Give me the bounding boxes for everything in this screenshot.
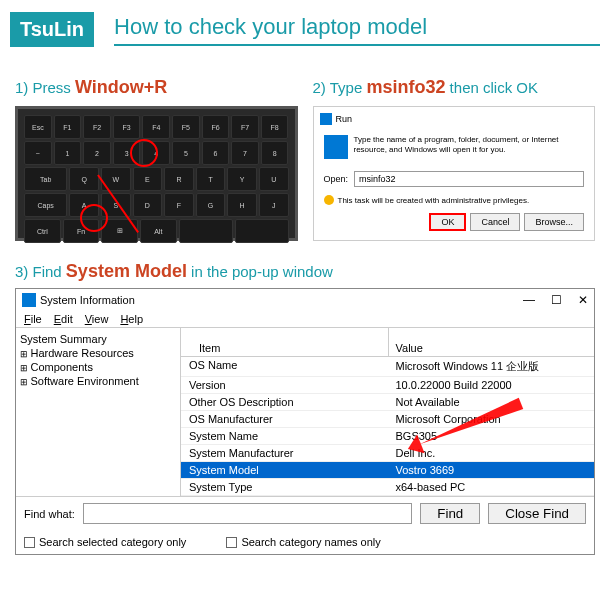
cell-item: Other OS Description xyxy=(181,394,388,410)
tree-root[interactable]: System Summary xyxy=(20,332,176,346)
tree-hardware[interactable]: Hardware Resources xyxy=(20,346,176,360)
find-label: Find what: xyxy=(24,508,75,520)
step2-suffix: then click OK xyxy=(445,79,538,96)
sysinfo-title: System Information xyxy=(40,294,135,306)
table-row[interactable]: Other OS DescriptionNot Available xyxy=(181,394,594,411)
brand-logo: TsuLin xyxy=(10,12,94,47)
ok-button[interactable]: OK xyxy=(429,213,466,231)
minimize-button[interactable]: — xyxy=(523,293,535,307)
close-find-button[interactable]: Close Find xyxy=(488,503,586,524)
menu-bar: File Edit View Help xyxy=(16,311,594,327)
step3-highlight: System Model xyxy=(66,261,187,281)
open-label: Open: xyxy=(324,174,349,184)
run-logo-icon xyxy=(324,135,348,159)
cell-value: Not Available xyxy=(388,394,595,410)
table-row[interactable]: System ManufacturerDell Inc. xyxy=(181,445,594,462)
chk-selected-category[interactable] xyxy=(24,537,35,548)
find-input[interactable] xyxy=(83,503,413,524)
page-title: How to check your laptop model xyxy=(114,14,600,46)
browse-button[interactable]: Browse... xyxy=(524,213,584,231)
step2-label: 2) Type msinfo32 then click OK xyxy=(313,77,596,98)
cell-item: System Model xyxy=(181,462,388,478)
menu-file[interactable]: File xyxy=(24,313,42,325)
run-dialog: Run Type the name of a program, folder, … xyxy=(313,106,596,241)
cancel-button[interactable]: Cancel xyxy=(470,213,520,231)
admin-text: This task will be created with administr… xyxy=(338,196,530,205)
shield-icon xyxy=(324,195,334,205)
table-row[interactable]: System ModelVostro 3669 xyxy=(181,462,594,479)
cell-item: System Manufacturer xyxy=(181,445,388,461)
run-icon xyxy=(320,113,332,125)
find-button[interactable]: Find xyxy=(420,503,480,524)
step2-highlight: msinfo32 xyxy=(366,77,445,97)
run-description: Type the name of a program, folder, docu… xyxy=(354,135,585,159)
system-information-window: System Information — ☐ ✕ File Edit View … xyxy=(15,288,595,555)
col-value[interactable]: Value xyxy=(388,340,585,356)
chk2-label: Search category names only xyxy=(241,536,380,548)
cell-item: Version xyxy=(181,377,388,393)
step3-suffix: in the pop-up window xyxy=(187,263,333,280)
open-input[interactable] xyxy=(354,171,584,187)
step3-prefix: 3) Find xyxy=(15,263,66,280)
table-row[interactable]: Version10.0.22000 Build 22000 xyxy=(181,377,594,394)
menu-edit[interactable]: Edit xyxy=(54,313,73,325)
cell-item: System Type xyxy=(181,479,388,495)
info-table: Item Value OS NameMicrosoft Windows 11 企… xyxy=(181,328,594,496)
menu-view[interactable]: View xyxy=(85,313,109,325)
close-button[interactable]: ✕ xyxy=(578,293,588,307)
win-key-circle xyxy=(80,204,108,232)
cell-item: OS Name xyxy=(181,357,388,376)
tree-components[interactable]: Components xyxy=(20,360,176,374)
step2-prefix: 2) Type xyxy=(313,79,367,96)
table-row[interactable]: System NameBGS305 xyxy=(181,428,594,445)
cell-value: Vostro 3669 xyxy=(388,462,595,478)
step1-label: 1) Press Window+R xyxy=(15,77,298,98)
cell-item: OS Manufacturer xyxy=(181,411,388,427)
table-row[interactable]: System Typex64-based PC xyxy=(181,479,594,496)
step1-prefix: 1) Press xyxy=(15,79,75,96)
cell-value: x64-based PC xyxy=(388,479,595,495)
chk-category-names[interactable] xyxy=(226,537,237,548)
r-key-circle xyxy=(130,139,158,167)
table-row[interactable]: OS ManufacturerMicrosoft Corporation xyxy=(181,411,594,428)
table-row[interactable]: OS NameMicrosoft Windows 11 企业版 xyxy=(181,357,594,377)
chk1-label: Search selected category only xyxy=(39,536,186,548)
step3-label: 3) Find System Model in the pop-up windo… xyxy=(0,251,610,288)
keyboard-image: EscF1F2F3F4F5F6F7F8 ~12345678 TabQWERTYU… xyxy=(15,106,298,241)
tree-view[interactable]: System Summary Hardware Resources Compon… xyxy=(16,328,181,496)
cell-value: Microsoft Windows 11 企业版 xyxy=(388,357,595,376)
sysinfo-icon xyxy=(22,293,36,307)
cell-value: 10.0.22000 Build 22000 xyxy=(388,377,595,393)
maximize-button[interactable]: ☐ xyxy=(551,293,562,307)
tree-software[interactable]: Software Environment xyxy=(20,374,176,388)
col-item[interactable]: Item xyxy=(191,340,388,356)
run-title: Run xyxy=(336,114,353,124)
cell-item: System Name xyxy=(181,428,388,444)
menu-help[interactable]: Help xyxy=(120,313,143,325)
step1-highlight: Window+R xyxy=(75,77,167,97)
